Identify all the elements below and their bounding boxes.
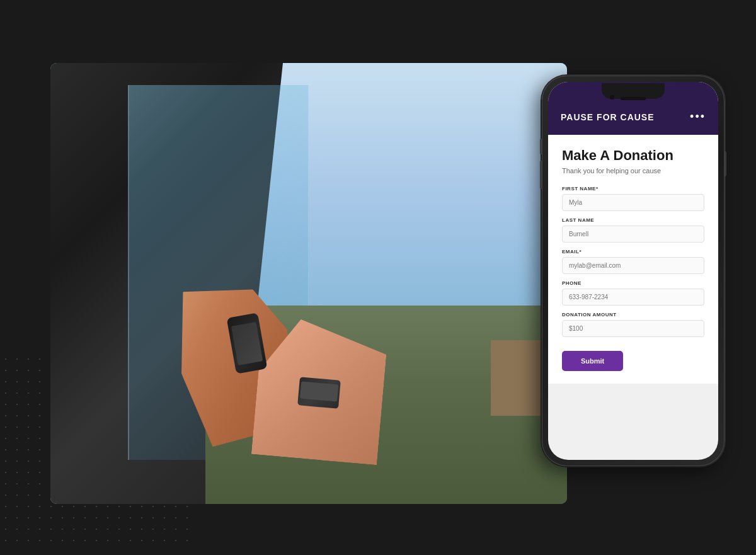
email-label: EMAIL*: [562, 249, 704, 255]
volume-up-button: [540, 139, 542, 154]
amount-section: DONATION AMOUNT: [562, 312, 704, 337]
first-name-label: FIRST NAME*: [562, 186, 704, 192]
phone-screen: PAUSE FOR CAUSE ••• Make A Donation Than…: [548, 82, 718, 460]
first-name-section: FIRST NAME*: [562, 186, 704, 211]
phone-camera: [610, 95, 614, 100]
last-name-section: LAST NAME: [562, 217, 704, 243]
phone-input[interactable]: [562, 289, 704, 306]
app-content: Make A Donation Thank you for helping ou…: [548, 135, 718, 384]
phone-mockup: PAUSE FOR CAUSE ••• Make A Donation Than…: [542, 76, 724, 466]
volume-down-button: [540, 161, 542, 189]
first-name-input[interactable]: [562, 194, 704, 211]
power-button: [724, 151, 726, 176]
phone-notch: [602, 83, 665, 99]
last-name-input[interactable]: [562, 226, 704, 243]
donation-form-title: Make A Donation: [562, 147, 704, 164]
menu-dots-icon[interactable]: •••: [690, 110, 706, 123]
hero-photo: [50, 63, 567, 504]
email-section: EMAIL*: [562, 249, 704, 274]
phone-speaker: [621, 97, 646, 100]
donation-form-subtitle: Thank you for helping our cause: [562, 167, 704, 175]
phone-section: PHONE: [562, 280, 704, 306]
amount-input[interactable]: [562, 320, 704, 337]
submit-button[interactable]: Submit: [562, 351, 623, 371]
email-input[interactable]: [562, 257, 704, 274]
amount-label: DONATION AMOUNT: [562, 312, 704, 318]
phone-label: PHONE: [562, 280, 704, 286]
last-name-label: LAST NAME: [562, 217, 704, 223]
card-reader-device: [297, 377, 341, 408]
app-title: PAUSE FOR CAUSE: [561, 112, 655, 122]
